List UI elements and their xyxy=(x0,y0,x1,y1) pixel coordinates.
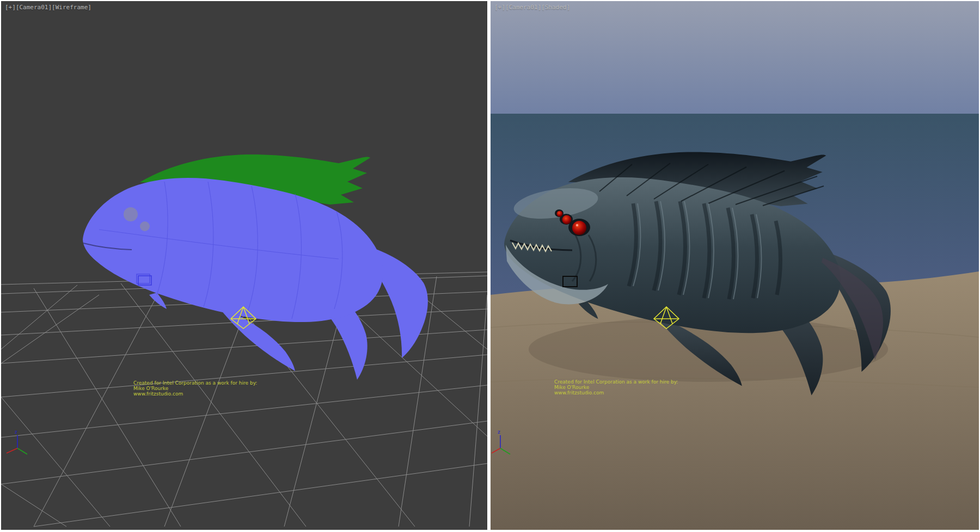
viewport-camera-menu[interactable]: [Camera01] xyxy=(16,4,52,11)
axis-tripod: z xyxy=(7,429,27,454)
eye-large xyxy=(572,221,586,235)
viewport-general-menu[interactable]: [+] xyxy=(5,4,16,11)
axis-z-label: z xyxy=(15,429,17,435)
fish-eye-spot-small xyxy=(140,221,150,231)
watermark: Created for Intel Corporation as a work … xyxy=(133,380,257,397)
viewport-label: [+][Camera01][Shaded] xyxy=(494,4,570,11)
fish-eye-spot-large xyxy=(124,207,138,221)
viewport-camera-menu[interactable]: [Camera01] xyxy=(505,4,541,11)
sky xyxy=(491,1,979,116)
watermark-line-2: Mike O'Rourke xyxy=(133,386,169,391)
eye-glint xyxy=(576,224,578,226)
viewport-wireframe[interactable]: [+][Camera01][Wireframe] xyxy=(1,1,487,530)
viewport-label: [+][Camera01][Wireframe] xyxy=(5,4,91,11)
watermark-line-3: www.fritzstudio.com xyxy=(133,391,183,397)
viewport-general-menu[interactable]: [+] xyxy=(494,4,505,11)
dual-viewport-stage: [+][Camera01][Wireframe] xyxy=(0,0,980,532)
watermark-line-1: Created for Intel Corporation as a work … xyxy=(554,379,678,385)
eye-small xyxy=(557,211,563,217)
eye-mid xyxy=(562,215,572,225)
viewport-shading-menu[interactable]: [Wireframe] xyxy=(52,4,91,11)
viewport-shading-menu[interactable]: [Shaded] xyxy=(541,4,570,11)
watermark-line-3: www.fritzstudio.com xyxy=(554,390,604,395)
shaded-scene: Created for Intel Corporation as a work … xyxy=(491,1,979,530)
viewport-shaded[interactable]: [+][Camera01][Shaded] xyxy=(491,1,979,530)
fish-model-wireframe[interactable] xyxy=(83,178,428,380)
axis-z-label: z xyxy=(498,429,500,435)
watermark-line-2: Mike O'Rourke xyxy=(554,385,590,390)
wireframe-scene: Created for Intel Corporation as a work … xyxy=(1,1,487,530)
watermark-line-1: Created for Intel Corporation as a work … xyxy=(133,380,257,386)
